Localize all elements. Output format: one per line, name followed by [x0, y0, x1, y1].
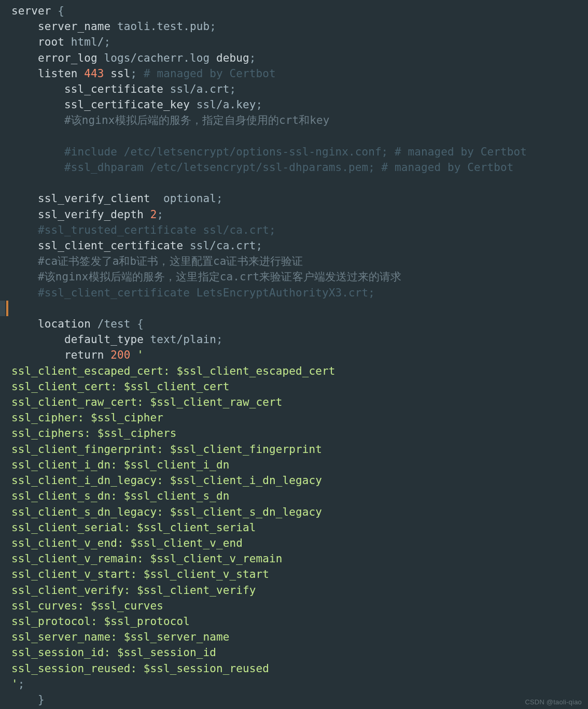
- code-token: ssl_client_raw_cert: $ssl_client_raw_cer…: [11, 396, 282, 408]
- code-token: [144, 208, 150, 221]
- code-token: #ssl_client_certificate LetsEncryptAutho…: [38, 287, 375, 299]
- code-token: #ca证书签发了a和b证书，这里配置ca证书来进行验证: [38, 255, 303, 267]
- code-token: [11, 318, 38, 330]
- code-line: return 200 ': [11, 349, 144, 361]
- code-token: ssl_curves: $ssl_curves: [11, 600, 163, 612]
- code-line: ssl_client_s_dn_legacy: $ssl_client_s_dn…: [11, 506, 322, 518]
- code-token: /test: [91, 318, 137, 330]
- code-token: 2: [150, 208, 157, 221]
- code-token: ;: [104, 36, 110, 48]
- code-token: [11, 302, 18, 315]
- code-token: [137, 67, 144, 80]
- code-line: #该nginx模拟后端的服务，指定自身使用的crt和key: [11, 114, 330, 126]
- code-token: [11, 333, 64, 346]
- code-token: ssl/ca.crt: [183, 239, 256, 252]
- code-token: ssl: [110, 67, 130, 80]
- code-token: [11, 287, 38, 299]
- code-editor[interactable]: server { server_name taoli.test.pub; roo…: [0, 0, 588, 709]
- code-token: ssl_protocol: $ssl_protocol: [11, 615, 190, 628]
- code-token: ssl/a.key: [190, 98, 256, 111]
- code-token: ssl_ciphers: $ssl_ciphers: [11, 427, 177, 439]
- code-token: logs/cacherr.log: [97, 52, 216, 64]
- code-token: ;: [216, 333, 223, 346]
- code-token: ;: [230, 83, 236, 95]
- code-line: #ssl_dhparam /etc/letsencrypt/ssl-dhpara…: [11, 161, 513, 174]
- code-line: root html/;: [11, 36, 110, 48]
- code-line: #ssl_client_certificate LetsEncryptAutho…: [11, 287, 375, 299]
- code-token: [130, 349, 137, 361]
- code-line: [11, 302, 18, 315]
- code-line: error_log logs/cacherr.log debug;: [11, 52, 256, 64]
- code-line: ssl_server_name: $ssl_server_name: [11, 631, 230, 643]
- code-block: server { server_name taoli.test.pub; roo…: [11, 3, 588, 707]
- code-token: [11, 271, 38, 283]
- code-token: optional: [150, 192, 216, 205]
- code-token: ssl_verify_depth: [38, 208, 144, 221]
- code-token: [104, 67, 110, 80]
- code-token: ssl_client_v_remain: $ssl_client_v_remai…: [11, 552, 282, 565]
- code-line: ssl_protocol: $ssl_protocol: [11, 615, 190, 628]
- code-token: ssl_verify_client: [38, 192, 150, 205]
- code-token: ssl_certificate_key: [64, 98, 190, 111]
- code-token: [11, 192, 38, 205]
- code-token: #该nginx模拟后端的服务，这里指定ca.crt来验证客户端发送过来的请求: [38, 271, 402, 283]
- code-token: return: [64, 349, 104, 361]
- code-token: html/: [64, 36, 104, 48]
- code-token: ssl_certificate: [64, 83, 163, 95]
- csdn-watermark: CSDN @taoli-qiao: [525, 698, 582, 706]
- code-token: server_name: [38, 20, 110, 33]
- code-token: [11, 114, 64, 126]
- code-line: ssl_client_cert: $ssl_client_cert: [11, 380, 230, 393]
- code-token: root: [38, 36, 64, 48]
- code-token: 443: [84, 67, 104, 80]
- code-line: location /test {: [11, 318, 144, 330]
- code-token: }: [38, 693, 45, 706]
- code-line: ssl_client_verify: $ssl_client_verify: [11, 584, 256, 597]
- code-line: ssl_session_id: $ssl_session_id: [11, 646, 216, 659]
- code-token: ;: [18, 678, 25, 690]
- code-token: ;: [256, 98, 263, 111]
- code-line: ';: [11, 678, 25, 690]
- code-token: ': [137, 349, 144, 361]
- code-token: [11, 146, 64, 158]
- code-line: ssl_cipher: $ssl_cipher: [11, 412, 163, 424]
- code-line: ssl_certificate ssl/a.crt;: [11, 83, 236, 95]
- code-token: [11, 161, 64, 174]
- code-token: ssl_cipher: $ssl_cipher: [11, 412, 163, 424]
- code-token: ssl_session_id: $ssl_session_id: [11, 646, 216, 659]
- code-line: ssl_client_fingerprint: $ssl_client_fing…: [11, 443, 322, 456]
- code-line: ssl_client_certificate ssl/ca.crt;: [11, 239, 262, 252]
- code-token: [77, 67, 84, 80]
- code-token: default_type: [64, 333, 144, 346]
- code-token: [11, 349, 64, 361]
- code-token: error_log: [38, 52, 97, 64]
- code-line: ssl_client_serial: $ssl_client_serial: [11, 521, 256, 534]
- code-token: ssl_server_name: $ssl_server_name: [11, 631, 230, 643]
- code-token: ssl_client_serial: $ssl_client_serial: [11, 521, 256, 534]
- code-token: ;: [157, 208, 163, 221]
- code-token: [11, 83, 64, 95]
- code-line: server {: [11, 5, 64, 17]
- code-line: ssl_verify_client optional;: [11, 192, 223, 205]
- code-line: default_type text/plain;: [11, 333, 223, 346]
- code-line: ssl_session_reused: $ssl_session_reused: [11, 662, 269, 675]
- code-line: ssl_curves: $ssl_curves: [11, 600, 163, 612]
- code-token: [11, 224, 38, 236]
- code-line: ssl_client_v_remain: $ssl_client_v_remai…: [11, 552, 282, 565]
- code-token: [11, 693, 38, 706]
- code-line: ssl_client_escaped_cert: $ssl_client_esc…: [11, 365, 335, 377]
- code-token: listen: [38, 67, 77, 80]
- code-token: location: [38, 318, 91, 330]
- code-line: }: [11, 693, 45, 706]
- code-line: ssl_verify_depth 2;: [11, 208, 163, 221]
- code-line: #include /etc/letsencrypt/options-ssl-ng…: [11, 146, 527, 158]
- code-token: server: [11, 5, 51, 17]
- code-token: ssl_client_s_dn: $ssl_client_s_dn: [11, 490, 230, 502]
- code-line: ssl_client_i_dn: $ssl_client_i_dn: [11, 459, 230, 471]
- code-token: {: [58, 5, 64, 17]
- code-token: [11, 239, 38, 252]
- code-token: [11, 20, 38, 33]
- code-line: ssl_certificate_key ssl/a.key;: [11, 98, 262, 111]
- code-token: ssl_client_certificate: [38, 239, 183, 252]
- code-token: ;: [209, 20, 216, 33]
